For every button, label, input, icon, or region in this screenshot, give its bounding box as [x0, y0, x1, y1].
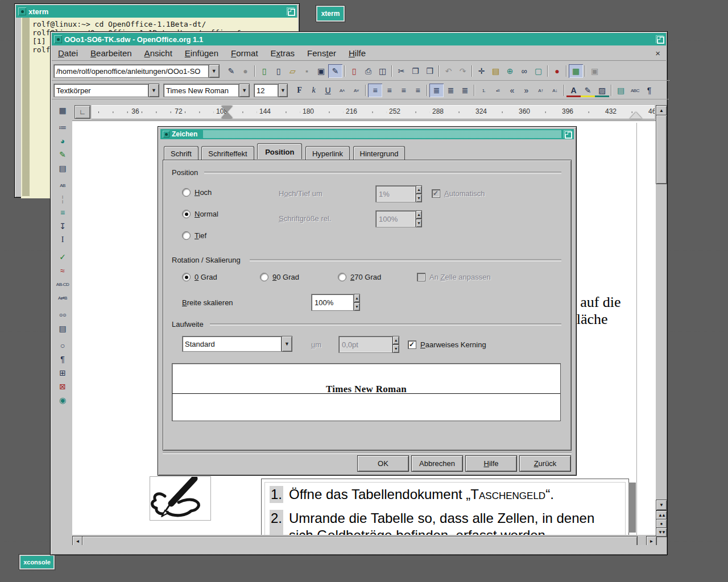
insert-fields-icon[interactable]: ≔ — [56, 120, 70, 134]
checkbox-row-automatisch[interactable]: Automatisch — [432, 189, 485, 198]
tab-stop-type-button[interactable]: ∟ — [75, 105, 90, 119]
zoom-icon[interactable]: ○ — [56, 339, 70, 352]
xterm-icon-label[interactable]: xterm — [316, 6, 345, 22]
menu-format[interactable]: Format — [225, 46, 264, 60]
stylist-icon[interactable]: ▤ — [489, 64, 503, 78]
chevron-down-icon[interactable]: ▼ — [148, 84, 159, 97]
save-document-icon[interactable]: ▣ — [314, 64, 328, 78]
bold-icon[interactable]: F — [292, 84, 307, 97]
thesaurus-icon[interactable]: AB-CD — [56, 277, 70, 291]
checkbox-automatisch[interactable] — [432, 189, 440, 198]
horizontal-scrollbar[interactable]: ◄ ► — [72, 536, 656, 545]
gallery-screen-icon[interactable]: ▢ — [531, 64, 545, 78]
menu-einfuegen[interactable]: Einfügen — [179, 46, 225, 60]
data-sources-icon[interactable]: ▤ — [56, 322, 70, 335]
url-field[interactable]: /home/rolf/openoffice/anleitungen/OOo1-S… — [53, 64, 209, 78]
checkbox-an-zelle-anpassen[interactable] — [417, 273, 425, 281]
paragraph-style-field[interactable]: Textkörper — [53, 84, 148, 97]
edit-file-icon[interactable]: ✎ — [224, 64, 238, 78]
restore-icon[interactable] — [287, 7, 295, 15]
underline-icon[interactable]: U — [321, 84, 335, 97]
spin-down-icon[interactable]: ▼ — [392, 344, 399, 353]
chevron-down-icon[interactable]: ▼ — [278, 84, 288, 97]
tab-position[interactable]: Position — [257, 143, 302, 159]
decrease-indent-icon[interactable]: « — [505, 84, 519, 97]
indent-marker[interactable] — [221, 106, 233, 112]
highlighting-icon[interactable]: ✎ — [581, 84, 595, 97]
copy-icon[interactable]: ❐ — [408, 64, 423, 78]
font-name-field[interactable]: Times New Roman — [163, 84, 239, 97]
spinner-um[interactable]: 0,0pt ▲▼ — [338, 336, 399, 353]
edit-autotext-icon[interactable]: AB — [56, 178, 70, 192]
spinner-breite[interactable]: 100% ▲▼ — [311, 294, 360, 311]
spinner-schriftgroesse[interactable]: 100% ▲▼ — [375, 210, 422, 227]
spin-up-icon[interactable]: ▲ — [416, 210, 422, 219]
line-spacing-1-icon[interactable]: ≣ — [429, 84, 444, 97]
align-justify-icon[interactable]: ≡ — [411, 84, 425, 97]
ok-button[interactable]: OK — [357, 455, 409, 472]
stop-loading-icon[interactable]: ● — [238, 64, 253, 78]
text-frame[interactable]: 1. Öffne das Tabellendokument „Taschenge… — [261, 479, 629, 535]
xterm-scrollbar[interactable] — [22, 18, 30, 196]
online-layout-icon[interactable]: ⊠ — [56, 380, 70, 393]
paragraph-background-icon[interactable]: ▨ — [595, 84, 609, 97]
menu-hilfe[interactable]: Hilfe — [342, 46, 372, 60]
auto-spellcheck-icon[interactable]: ≈ — [56, 264, 70, 277]
spin-down-icon[interactable]: ▼ — [416, 194, 422, 202]
undo-icon[interactable]: ↶ — [441, 64, 456, 78]
radio-hoch[interactable] — [182, 188, 191, 197]
cut-icon[interactable]: ✂ — [394, 64, 408, 78]
tab-hyperlink[interactable]: Hyperlink — [305, 146, 350, 160]
decrease-font-icon[interactable]: A↓ — [548, 84, 562, 97]
internet-icon[interactable]: ◉ — [56, 393, 70, 407]
navigator-icon[interactable]: ✛ — [474, 64, 489, 78]
insert-table-icon[interactable]: ▦ — [56, 103, 70, 117]
align-center-icon[interactable]: ≡ — [382, 84, 396, 97]
checkbox-paarweises-kerning[interactable] — [408, 340, 416, 349]
indent-marker[interactable] — [221, 112, 233, 118]
app-titlebar[interactable]: OOo1-SO6-TK.sdw - OpenOffice.org 1.1 — [52, 33, 666, 45]
window-menu-button[interactable] — [18, 7, 26, 15]
print-file-icon[interactable]: ⎙ — [361, 64, 375, 78]
search-onoff-icon[interactable]: ⊙⊙ — [56, 308, 70, 322]
line-spacing-15-icon[interactable]: ≣ — [444, 84, 458, 97]
checkbox-row-zelle[interactable]: An Zelle anpassen — [417, 273, 491, 281]
spin-up-icon[interactable]: ▲ — [354, 294, 360, 302]
spin-up-icon[interactable]: ▲ — [392, 336, 399, 344]
image-frame[interactable] — [150, 476, 211, 521]
show-draw-functions-icon[interactable]: ✎ — [56, 148, 70, 161]
radio-tief[interactable] — [182, 231, 191, 240]
subscript-icon[interactable]: A˅ — [349, 84, 363, 97]
drag-mode-icon[interactable]: ⊞ — [56, 366, 70, 380]
insert-graphics-icon[interactable]: ▪ — [300, 64, 314, 78]
overwrite-cursor-icon[interactable]: I — [56, 233, 70, 247]
autotext-icon[interactable]: ABC — [628, 84, 642, 97]
superscript-icon[interactable]: A˄ — [335, 84, 349, 97]
formatting-marks-icon[interactable]: ¶ — [56, 352, 70, 366]
radio-270-grad[interactable] — [338, 273, 346, 281]
spellcheck-icon[interactable]: ✓ — [56, 250, 70, 264]
horizontal-ruler[interactable]: 36 72 108 144 180 216 252 288 324 360 39… — [92, 105, 655, 119]
line-spacing-2-icon[interactable]: ≣ — [458, 84, 472, 97]
new-text-document-icon[interactable]: ▯ — [257, 64, 271, 78]
new-document-icon[interactable]: ▯ — [271, 64, 286, 78]
next-page-button[interactable]: ▼▼ — [656, 527, 667, 537]
spin-down-icon[interactable]: ▼ — [416, 219, 422, 227]
right-indent-marker[interactable] — [630, 112, 642, 119]
tab-schrifteffekt[interactable]: Schrifteffekt — [201, 146, 254, 160]
insert-hyperlink-icon[interactable]: ⊕ — [503, 64, 517, 78]
chevron-down-icon[interactable]: ▼ — [282, 336, 292, 352]
graphics-onoff-icon[interactable]: ≡ — [56, 206, 70, 219]
paste-icon[interactable]: ❒ — [423, 64, 437, 78]
export-pdf-icon[interactable]: ▯ — [347, 64, 361, 78]
font-color-icon[interactable]: A — [566, 84, 581, 97]
restore-icon[interactable] — [656, 35, 664, 43]
style-combobox[interactable]: Textkörper ▼ — [53, 84, 159, 97]
menu-fenster[interactable]: Fenster — [301, 46, 342, 60]
italic-icon[interactable]: k — [307, 84, 321, 97]
laufweite-dropdown[interactable]: Standard ▼ — [182, 336, 292, 352]
paragraph-dialog-icon[interactable]: ¶ — [642, 84, 656, 97]
xconsole-icon-label[interactable]: xconsole — [19, 555, 55, 569]
hierarchy-icon[interactable]: ↧ — [56, 219, 70, 233]
page-styles-icon[interactable]: ▤ — [614, 84, 628, 97]
